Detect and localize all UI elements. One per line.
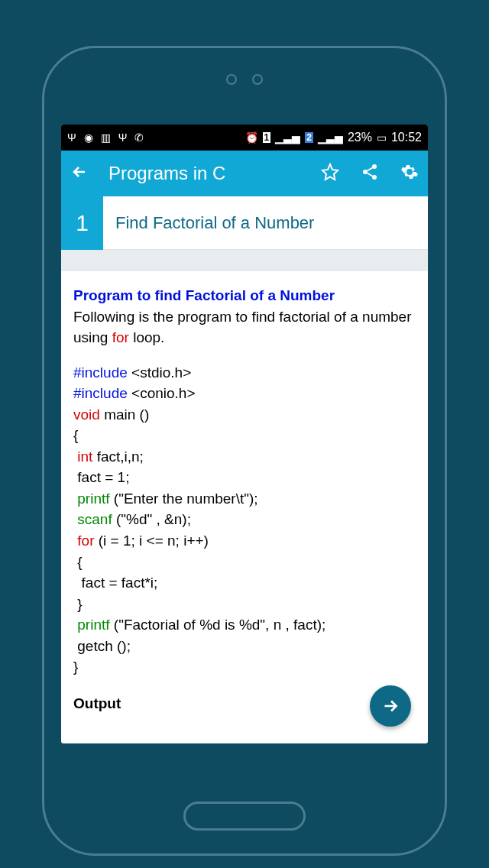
signal-icon: ▁▃▅ [318,131,343,144]
phone-speaker [226,74,263,85]
sim2-indicator: 2 [305,132,313,143]
sim1-indicator: 1 [263,132,271,143]
output-heading: Output [73,693,416,714]
svg-point-0 [372,164,377,169]
page-title: Find Factorial of a Number [103,196,428,250]
device-screen: Ψ ◉ ▥ Ψ ✆ ⏰ 1 ▁▃▅ 2 ▁▃▅ 23% ▭ 10:52 Prog… [61,125,428,743]
alarm-icon: ⏰ [245,131,258,144]
favorite-button[interactable] [321,163,339,184]
content-body[interactable]: Program to find Factorial of a Number Fo… [61,271,428,727]
gear-icon [400,163,419,181]
page-number: 1 [61,196,103,250]
svg-point-2 [372,175,377,180]
arrow-right-icon [381,696,400,716]
keyword-for: for [112,329,129,345]
battery-icon: ▭ [377,131,387,144]
usb-icon: Ψ [118,131,128,144]
signal-icon: ▁▃▅ [275,131,300,144]
usb-icon: Ψ [67,131,76,144]
clock: 10:52 [391,131,422,144]
next-button[interactable] [370,685,411,727]
back-button[interactable] [70,163,89,184]
phone-icon: ✆ [134,131,144,144]
disc-icon: ◉ [84,131,93,144]
phone-frame: Ψ ◉ ▥ Ψ ✆ ⏰ 1 ▁▃▅ 2 ▁▃▅ 23% ▭ 10:52 Prog… [42,46,447,856]
home-button[interactable] [183,802,306,831]
share-icon [361,163,379,181]
status-system: ⏰ 1 ▁▃▅ 2 ▁▃▅ 23% ▭ 10:52 [245,131,422,144]
status-notifications: Ψ ◉ ▥ Ψ ✆ [67,131,144,144]
status-bar: Ψ ◉ ▥ Ψ ✆ ⏰ 1 ▁▃▅ 2 ▁▃▅ 23% ▭ 10:52 [61,125,428,151]
svg-point-1 [363,170,368,174]
star-icon [321,163,339,181]
battery-percent: 23% [348,131,372,144]
divider [61,250,428,271]
share-button[interactable] [361,163,379,184]
android-debug-icon: ▥ [101,131,111,144]
arrow-left-icon [70,163,89,181]
code-block: #include <stdio.h> #include <conio.h> vo… [73,362,416,678]
intro-text: loop. [129,329,164,345]
settings-button[interactable] [400,163,419,184]
app-bar: Programs in C [61,151,428,196]
content-header: 1 Find Factorial of a Number [61,196,428,250]
program-heading: Program to find Factorial of a Number [73,287,335,303]
app-title: Programs in C [108,163,225,184]
